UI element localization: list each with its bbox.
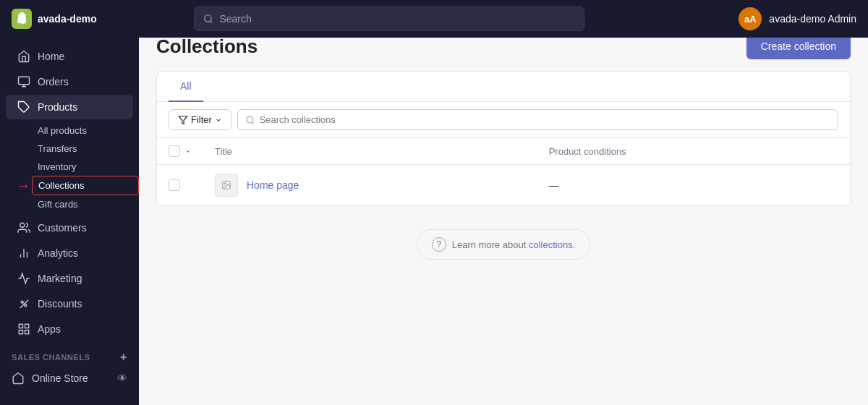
- row-title-cell: Home page: [203, 165, 537, 206]
- sidebar-sub-inventory[interactable]: Inventory: [32, 158, 139, 176]
- sidebar-item-analytics-label: Analytics: [38, 247, 78, 259]
- row-conditions-cell: —: [537, 165, 850, 206]
- topnav-right: aA avada-demo Admin: [739, 7, 856, 30]
- table-row: Home page —: [157, 165, 850, 206]
- header-checkbox-wrapper: [169, 145, 192, 157]
- col-title: Title: [203, 138, 537, 165]
- home-icon: [17, 50, 30, 63]
- customers-icon: [17, 221, 30, 234]
- svg-rect-1: [19, 77, 30, 85]
- header-checkbox[interactable]: [169, 145, 180, 157]
- sidebar-item-discounts[interactable]: Discounts: [6, 291, 133, 297]
- top-navigation: avada-demo Search aA avada-demo Admin: [0, 0, 868, 38]
- collection-title-link[interactable]: Home page: [247, 179, 299, 191]
- sidebar-item-home-label: Home: [38, 51, 64, 62]
- collections-table: Title Product conditions: [157, 138, 850, 205]
- sidebar-item-products[interactable]: Products: [6, 95, 133, 119]
- sidebar-item-customers-label: Customers: [38, 222, 87, 234]
- sidebar-sub-gift-cards[interactable]: Gift cards: [32, 195, 139, 213]
- collections-search-field[interactable]: [237, 109, 838, 130]
- col-checkbox: [157, 138, 203, 165]
- red-arrow-indicator: →: [16, 177, 30, 194]
- sidebar-item-marketing[interactable]: Marketing: [6, 266, 133, 291]
- filter-bar: Filter: [157, 102, 850, 138]
- collections-search-input[interactable]: [260, 114, 830, 125]
- products-submenu: All products Transfers Inventory → Colle…: [0, 120, 139, 215]
- tabs-bar: All: [157, 72, 850, 102]
- shopify-logo-icon: [12, 9, 32, 29]
- collection-image-placeholder: [215, 174, 238, 197]
- products-icon: [17, 101, 30, 114]
- learn-more-text: Learn more about collections.: [452, 239, 576, 250]
- filter-chevron-icon: [215, 116, 222, 124]
- orders-icon: [17, 75, 30, 88]
- svg-point-15: [247, 116, 253, 122]
- sidebar-sub-transfers[interactable]: Transfers: [32, 140, 139, 158]
- svg-point-17: [224, 183, 226, 184]
- search-container: Search: [194, 7, 584, 31]
- svg-point-3: [20, 223, 25, 227]
- sidebar-item-home[interactable]: Home: [6, 44, 133, 69]
- sidebar-sub-all-products[interactable]: All products: [32, 122, 139, 140]
- sidebar-item-products-label: Products: [38, 101, 77, 113]
- svg-point-0: [205, 15, 211, 22]
- sidebar: Home Orders Products All products Transf…: [0, 38, 139, 297]
- collections-search-icon: [245, 115, 255, 125]
- sidebar-item-orders[interactable]: Orders: [6, 69, 133, 94]
- marketing-icon: [17, 272, 30, 285]
- learn-more-pill: ? Learn more about collections.: [417, 229, 591, 260]
- admin-label: avada-demo Admin: [769, 13, 856, 25]
- filter-button[interactable]: Filter: [169, 109, 231, 130]
- search-box[interactable]: Search: [194, 7, 584, 31]
- filter-icon: [178, 115, 188, 125]
- sidebar-item-analytics[interactable]: Analytics: [6, 241, 133, 265]
- help-icon: ?: [432, 237, 446, 252]
- table-header-row: Title Product conditions: [157, 138, 850, 165]
- header-checkbox-chevron[interactable]: [184, 148, 192, 155]
- analytics-icon: [17, 247, 30, 260]
- search-icon: [203, 14, 213, 24]
- svg-marker-14: [179, 116, 187, 124]
- row-checkbox[interactable]: [169, 179, 180, 191]
- main-content: ‹ Products Collections Create collection…: [139, 0, 868, 297]
- sidebar-item-customers[interactable]: Customers: [6, 216, 133, 240]
- learn-more-box: ? Learn more about collections.: [156, 206, 851, 283]
- sidebar-item-marketing-label: Marketing: [38, 273, 82, 284]
- collections-card: All Filter: [156, 71, 851, 206]
- sidebar-item-orders-label: Orders: [38, 76, 69, 88]
- sidebar-sub-collections[interactable]: Collections: [32, 176, 139, 195]
- search-placeholder: Search: [219, 13, 251, 25]
- col-conditions: Product conditions: [537, 138, 850, 165]
- store-logo[interactable]: avada-demo: [12, 9, 113, 29]
- store-name: avada-demo: [38, 13, 97, 25]
- tab-all[interactable]: All: [169, 72, 203, 102]
- collections-learn-more-link[interactable]: collections.: [529, 239, 575, 250]
- filter-label: Filter: [191, 114, 212, 125]
- avatar[interactable]: aA: [739, 7, 762, 30]
- page-title: Collections: [156, 35, 258, 58]
- image-icon: [221, 180, 231, 190]
- row-checkbox-cell: [157, 165, 203, 206]
